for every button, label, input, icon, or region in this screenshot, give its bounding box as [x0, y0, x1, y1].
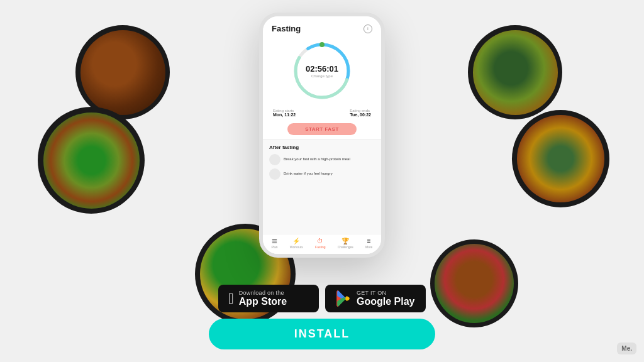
tip-text-1: Break your fast with a high-protein meal [284, 157, 350, 162]
google-play-button[interactable]: GET IT ON Google Play [325, 285, 426, 312]
apple-icon:  [228, 290, 234, 307]
workouts-icon: ⚡ [292, 238, 300, 244]
timer-text: 02:56:01 Change type [306, 64, 338, 78]
plan-icon: ☰ [272, 238, 277, 244]
google-play-icon [335, 290, 352, 307]
eating-info: Eating starts Mon, 11:22 Eating ends Tue… [263, 106, 381, 119]
plate-mid-right [512, 110, 609, 207]
tip-icon-2 [269, 168, 280, 180]
tip-icon-1 [269, 154, 280, 165]
nav-fasting[interactable]: ⏱ Fasting [315, 238, 325, 249]
more-icon: ≡ [367, 238, 371, 244]
google-play-text: GET IT ON Google Play [357, 290, 414, 307]
eating-ends: Eating ends Tue, 00:22 [350, 109, 371, 117]
plate-top-right [468, 25, 562, 119]
timer-value: 02:56:01 [306, 64, 338, 74]
eating-starts: Eating starts Mon, 11:22 [273, 109, 296, 117]
app-store-button[interactable]:  Download on the App Store [218, 285, 319, 312]
app-store-main: App Store [239, 296, 287, 307]
phone-header: Fasting i [263, 16, 381, 36]
nav-plan[interactable]: ☰ Plan [272, 238, 278, 249]
after-fasting-section: After fasting Break your fast with a hig… [263, 139, 381, 234]
nav-more[interactable]: ≡ More [365, 238, 372, 249]
google-play-sub: GET IT ON [357, 290, 414, 296]
tip-text-2: Drink water if you feel hungry [284, 172, 333, 177]
install-button[interactable]: INSTALL [209, 319, 435, 349]
after-fasting-title: After fasting [269, 145, 375, 150]
google-play-main: Google Play [357, 296, 414, 307]
app-store-text: Download on the App Store [239, 290, 287, 307]
watermark: Me. [617, 343, 636, 354]
phone-mockup: Fasting i 02:56:01 Change type [259, 13, 385, 258]
phone-nav: ☰ Plan ⚡ Workouts ⏱ Fasting 🏆 Challenges… [263, 234, 381, 254]
phone-app-title: Fasting [272, 24, 301, 33]
fasting-icon: ⏱ [317, 238, 323, 244]
nav-challenges[interactable]: 🏆 Challenges [338, 238, 353, 249]
plate-top-left [75, 25, 170, 119]
nav-workouts[interactable]: ⚡ Workouts [290, 238, 303, 249]
svg-point-3 [319, 42, 325, 47]
tip-item-2: Drink water if you feel hungry [269, 168, 375, 180]
app-store-sub: Download on the [239, 290, 287, 296]
timer-container: 02:56:01 Change type [263, 36, 381, 106]
start-fast-button[interactable]: START FAST [287, 123, 357, 135]
challenges-icon: 🏆 [341, 238, 349, 244]
store-buttons:  Download on the App Store GET IT ON Go… [218, 285, 426, 312]
timer-circle: 02:56:01 Change type [291, 40, 353, 102]
bottom-section:  Download on the App Store GET IT ON Go… [196, 285, 448, 349]
timer-sub-label: Change type [306, 74, 338, 78]
info-icon[interactable]: i [364, 25, 372, 33]
plate-mid-left [38, 107, 145, 214]
tip-item-1: Break your fast with a high-protein meal [269, 154, 375, 165]
